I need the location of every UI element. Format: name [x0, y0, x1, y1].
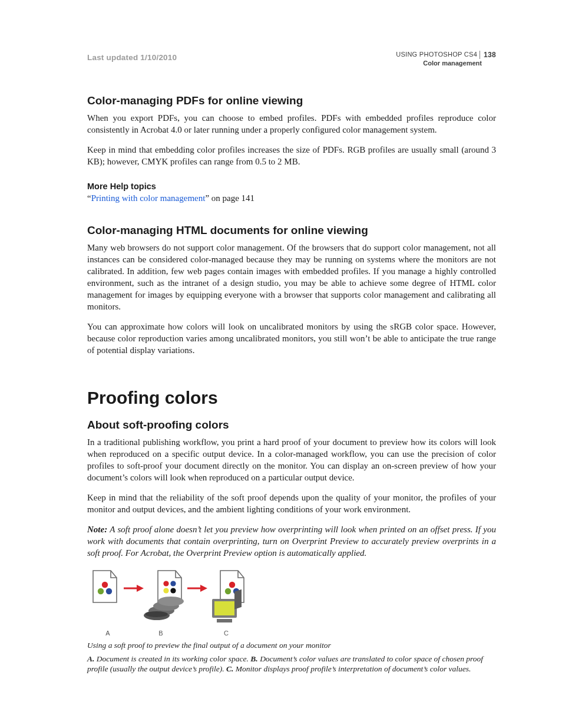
figure-label-b: B: [128, 630, 193, 637]
heading-html: Color-managing HTML documents for online…: [87, 224, 496, 237]
header-right: USING PHOTOSHOP CS4138 Color management: [396, 51, 496, 67]
quote-open: “: [87, 193, 91, 203]
page: Last updated 1/10/2010 USING PHOTOSHOP C…: [0, 0, 562, 728]
svg-point-17: [225, 588, 231, 594]
svg-point-2: [106, 588, 112, 594]
paragraph: Keep in mind that the reliability of the…: [87, 492, 496, 515]
caption-key-c: C.: [226, 664, 233, 673]
figure-caption-main: Using a soft proof to preview the final …: [87, 640, 496, 650]
page-header: Last updated 1/10/2010 USING PHOTOSHOP C…: [87, 51, 496, 71]
svg-rect-20: [214, 601, 234, 615]
paragraph: Keep in mind that embedding color profil…: [87, 144, 496, 167]
reference-line: “Printing with color management” on page…: [87, 192, 496, 204]
section-title: Color management: [396, 60, 496, 67]
caption-txt-a: Document is created in its working color…: [94, 654, 250, 663]
svg-point-6: [170, 581, 176, 586]
figure-labels: A B C: [87, 630, 262, 637]
last-updated: Last updated 1/10/2010: [87, 53, 177, 62]
note-body: A soft proof alone doesn’t let you previ…: [87, 525, 496, 558]
figure-svg: [87, 567, 262, 624]
page-number: 138: [480, 51, 496, 59]
svg-point-8: [170, 588, 176, 593]
product-title-line: USING PHOTOSHOP CS4138: [396, 51, 496, 59]
note-label: Note:: [87, 525, 107, 534]
svg-point-7: [163, 588, 168, 593]
figure-softproof: A B C Using a soft proof to preview the …: [87, 567, 496, 674]
svg-point-0: [102, 582, 108, 588]
heading-softproof: About soft-proofing colors: [87, 419, 496, 431]
figure-label-c: C: [193, 630, 259, 637]
caption-key-b: B.: [250, 654, 257, 663]
paragraph: You can approximate how colors will look…: [87, 321, 496, 356]
svg-point-13: [146, 611, 168, 617]
paragraph: Many web browsers do not support color m…: [87, 242, 496, 312]
svg-rect-21: [234, 589, 242, 610]
svg-marker-15: [200, 585, 207, 592]
reference-tail: ” on page 141: [205, 193, 254, 203]
figure-label-a: A: [87, 630, 128, 637]
svg-marker-4: [137, 585, 144, 592]
svg-rect-22: [217, 619, 232, 622]
paragraph: In a traditional publishing workflow, yo…: [87, 436, 496, 483]
heading-pdf: Color-managing PDFs for online viewing: [87, 94, 496, 107]
note-paragraph: Note: A soft proof alone doesn’t let you…: [87, 523, 496, 559]
svg-point-16: [229, 582, 235, 588]
caption-txt-c: Monitor displays proof profile’s interpr…: [233, 664, 471, 673]
svg-point-1: [98, 588, 104, 594]
more-help-heading: More Help topics: [87, 182, 496, 191]
svg-point-5: [163, 581, 168, 586]
chapter-heading: Proofing colors: [87, 388, 496, 408]
figure-caption-keys: A. Document is created in its working co…: [87, 654, 496, 674]
paragraph: When you export PDFs, you can choose to …: [87, 112, 496, 136]
caption-key-a: A.: [87, 654, 94, 663]
content: Color-managing PDFs for online viewing W…: [87, 94, 496, 674]
xref-link[interactable]: Printing with color management: [91, 193, 206, 203]
svg-point-12: [158, 597, 184, 606]
product-title: USING PHOTOSHOP CS4: [396, 51, 477, 58]
